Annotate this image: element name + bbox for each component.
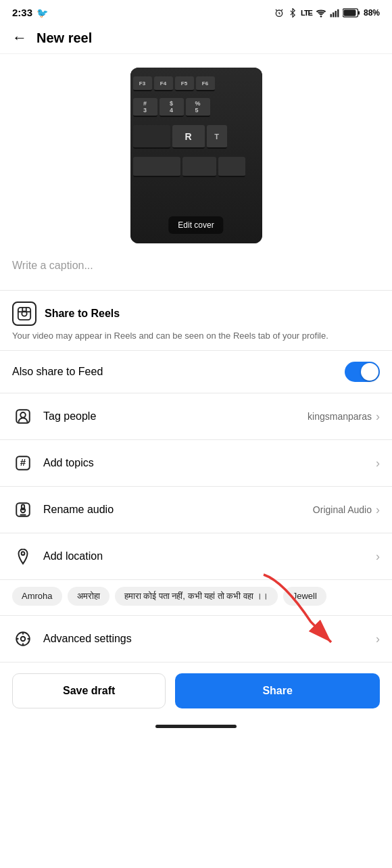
advanced-settings-icon: [12, 628, 34, 650]
bottom-actions: Save draft Share: [0, 662, 392, 719]
also-share-feed-toggle[interactable]: [345, 362, 380, 382]
signal-bars-icon: [330, 8, 339, 18]
advanced-settings-label: Advanced settings: [43, 633, 132, 645]
add-topics-icon: #: [12, 452, 34, 474]
share-reels-description: Your video may appear in Reels and can b…: [12, 330, 380, 342]
tag-people-icon: [12, 406, 34, 427]
rename-audio-value: Original Audio: [313, 504, 372, 515]
menu-left-audio: Rename audio: [12, 499, 114, 521]
menu-left-topics: # Add topics: [12, 452, 94, 474]
video-container: F3 F4 F5 F6 #3 $4 %5 R T: [0, 54, 392, 250]
svg-rect-3: [333, 12, 334, 17]
add-location-chevron: ›: [376, 550, 380, 564]
menu-right-audio: Original Audio ›: [313, 503, 380, 517]
svg-point-1: [320, 16, 322, 18]
add-location-label: Add location: [43, 550, 103, 562]
location-chip-amroha[interactable]: Amroha: [12, 587, 62, 606]
video-thumbnail[interactable]: F3 F4 F5 F6 #3 $4 %5 R T: [130, 68, 262, 243]
page-title: New reel: [36, 30, 92, 46]
svg-rect-20: [22, 505, 24, 510]
menu-right-location: ›: [376, 550, 380, 564]
signal-icon: LTE: [301, 9, 312, 17]
location-chip-amroha-hindi[interactable]: अमरोहा: [68, 587, 109, 606]
status-right: LTE 88%: [274, 7, 380, 18]
rename-audio-label: Rename audio: [43, 504, 114, 516]
svg-rect-9: [18, 308, 30, 320]
menu-left-advanced: Advanced settings: [12, 628, 132, 650]
caption-input[interactable]: Write a caption...: [0, 250, 392, 291]
menu-right-topics: ›: [376, 456, 380, 471]
status-bar: 2:33 🐦 LTE 88%: [0, 0, 392, 22]
share-reels-title: Share to Reels: [45, 308, 120, 320]
share-button[interactable]: Share: [175, 673, 380, 708]
add-topics-row[interactable]: # Add topics ›: [0, 440, 392, 487]
svg-point-22: [22, 552, 25, 555]
add-topics-label: Add topics: [43, 457, 94, 469]
svg-rect-7: [358, 11, 360, 14]
rename-audio-chevron: ›: [376, 503, 380, 517]
svg-point-24: [21, 637, 26, 642]
twitter-icon: 🐦: [36, 7, 48, 18]
status-left: 2:33 🐦: [12, 7, 48, 18]
add-location-icon: [12, 546, 34, 567]
menu-left: Tag people: [12, 406, 96, 427]
tag-people-chevron: ›: [376, 410, 380, 424]
svg-text:#: #: [20, 457, 26, 468]
tag-people-row[interactable]: Tag people kingsmanparas ›: [0, 393, 392, 440]
svg-point-15: [20, 412, 26, 418]
svg-rect-2: [330, 14, 332, 17]
toggle-knob: [361, 363, 378, 381]
rename-audio-row[interactable]: Rename audio Original Audio ›: [0, 487, 392, 533]
status-time: 2:33: [12, 7, 32, 18]
battery-icon: [343, 8, 360, 18]
share-reels-title-row: Share to Reels: [12, 302, 380, 326]
svg-rect-4: [335, 11, 337, 17]
back-button[interactable]: ←: [12, 29, 27, 47]
share-to-reels-section: Share to Reels Your video may appear in …: [0, 291, 392, 351]
battery-percent: 88%: [364, 8, 380, 18]
svg-rect-5: [337, 9, 339, 17]
home-bar: [155, 725, 237, 728]
bluetooth-icon: [288, 8, 297, 18]
also-share-feed-row[interactable]: Also share to Feed: [0, 351, 392, 393]
tag-people-label: Tag people: [43, 410, 96, 423]
home-indicator: [0, 719, 392, 735]
menu-left-location: Add location: [12, 546, 103, 567]
alarm-icon: [274, 7, 285, 18]
reels-icon: [12, 302, 36, 326]
also-share-feed-label: Also share to Feed: [12, 366, 103, 378]
rename-audio-icon: [12, 499, 34, 521]
edit-cover-button[interactable]: Edit cover: [168, 216, 223, 234]
tag-people-value: kingsmanparas: [308, 411, 372, 422]
save-draft-button[interactable]: Save draft: [12, 673, 166, 708]
header: ← New reel: [0, 22, 392, 54]
menu-right-tag: kingsmanparas ›: [308, 410, 380, 424]
add-topics-chevron: ›: [376, 456, 380, 471]
wifi-icon: [316, 8, 326, 18]
red-arrow-svg: [243, 568, 378, 649]
svg-rect-8: [343, 9, 356, 16]
